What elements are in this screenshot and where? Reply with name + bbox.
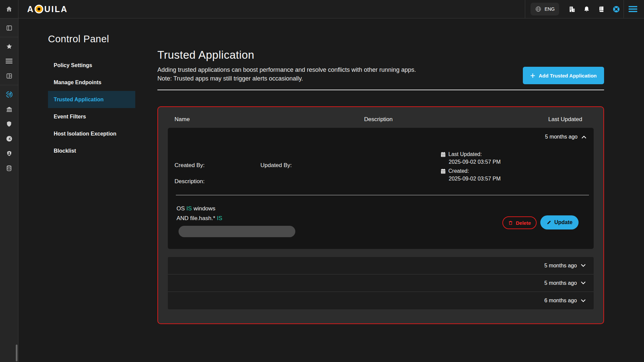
updated-by-label: Updated By: <box>260 162 292 169</box>
menu-lines-icon <box>6 58 12 64</box>
hamburger-icon <box>629 6 637 12</box>
delete-label: Delete <box>516 220 531 226</box>
home-icon <box>5 5 13 13</box>
favorites-button[interactable] <box>0 39 18 54</box>
last-updated-row: Last Updated: <box>440 151 501 157</box>
created-row: Created: <box>440 168 501 174</box>
help-lifebuoy-icon <box>612 5 620 13</box>
rule-operator: IS <box>217 215 222 221</box>
main-column: Trusted Application Adding trusted appli… <box>157 34 644 362</box>
topbar-divider <box>525 0 525 18</box>
layout-grid-icon <box>6 72 13 80</box>
calendar-icon <box>440 152 446 157</box>
add-trusted-application-label: Add Trusted Application <box>539 73 597 79</box>
chevron-down-icon <box>581 264 586 267</box>
building-icon <box>568 6 576 13</box>
update-button[interactable]: Update <box>540 215 579 229</box>
data-storage-button[interactable] <box>0 161 18 175</box>
globe-icon <box>535 6 542 12</box>
trash-icon <box>508 220 513 225</box>
created-value: 2025-09-02 03:57 PM <box>449 176 501 182</box>
card-divider <box>176 195 589 195</box>
radar-icon <box>5 91 13 98</box>
docs-button[interactable] <box>594 0 609 18</box>
control-panel-menu: Policy Settings Manage Endpoints Trusted… <box>48 57 135 159</box>
menu-item-manage-endpoints[interactable]: Manage Endpoints <box>48 74 135 91</box>
created-by-label: Created By: <box>175 162 205 169</box>
delete-button[interactable]: Delete <box>502 216 537 229</box>
rule-line-file-hash: AND file.hash.*IS <box>177 215 224 222</box>
chevron-down-icon <box>581 299 586 302</box>
relative-time-label: 5 months ago <box>544 263 577 269</box>
panel-left-icon <box>6 24 13 32</box>
help-button[interactable] <box>609 0 624 18</box>
table-row[interactable]: 5 months ago <box>168 257 594 274</box>
menu-item-trusted-application[interactable]: Trusted Application <box>48 91 135 108</box>
add-trusted-application-button[interactable]: Add Trusted Application <box>523 67 604 84</box>
calendar-icon <box>440 168 446 174</box>
topbar-right: ENG <box>525 0 644 18</box>
row-collapse-toggle[interactable]: 5 months ago <box>545 134 586 140</box>
rule-field: AND file.hash.* <box>177 215 215 221</box>
menu-item-policy-settings[interactable]: Policy Settings <box>48 57 135 74</box>
organization-rail-button[interactable] <box>0 102 18 116</box>
rule-line-os: OSISwindows <box>177 205 217 212</box>
table-row[interactable]: 6 months ago <box>168 292 594 309</box>
update-label: Update <box>554 219 573 225</box>
protection-button[interactable] <box>0 116 18 131</box>
header-divider <box>157 90 604 90</box>
bank-icon <box>6 106 13 113</box>
language-label: ENG <box>545 6 555 12</box>
organization-button[interactable] <box>564 0 579 18</box>
chevron-down-icon <box>581 281 586 285</box>
chevron-up-icon <box>582 136 586 139</box>
relative-time-label: 6 months ago <box>544 298 577 304</box>
threat-scan-button-active[interactable] <box>0 87 18 102</box>
column-header-description: Description <box>310 116 446 123</box>
rail-divider <box>0 85 18 85</box>
menu-item-blocklist[interactable]: Blocklist <box>48 142 135 159</box>
shield-icon <box>6 120 12 127</box>
logo-eye-icon <box>35 5 43 13</box>
rule-field: OS <box>177 205 185 212</box>
rail-scrollbar-thumb[interactable] <box>16 345 17 361</box>
panel-toggle-button[interactable] <box>0 20 18 35</box>
hash-value-field[interactable] <box>179 226 295 237</box>
app-logo: A UILA <box>27 4 68 14</box>
page-content: Control Panel Policy Settings Manage End… <box>18 18 644 362</box>
list-view-button[interactable] <box>0 54 18 68</box>
main-header-text: Trusted Application Adding trusted appli… <box>157 49 423 84</box>
icon-rail <box>0 18 18 362</box>
notifications-button[interactable] <box>579 0 594 18</box>
timestamps-block: Last Updated: 2025-09-02 03:57 PM <box>440 151 501 185</box>
performance-button[interactable] <box>0 131 18 146</box>
home-button[interactable] <box>0 0 18 18</box>
page-description: Adding trusted applications can boost pe… <box>157 65 423 83</box>
created-meta-label: Created: <box>448 168 469 174</box>
language-selector[interactable]: ENG <box>531 3 559 15</box>
table-header: Name Description Last Updated <box>168 114 594 124</box>
rule-operator: IS <box>187 205 192 212</box>
menu-item-event-filters[interactable]: Event Filters <box>48 108 135 125</box>
relative-time-label: 5 months ago <box>544 280 577 286</box>
trusted-application-panel: Name Description Last Updated 5 months a… <box>157 106 604 324</box>
control-panel-column: Control Panel Policy Settings Manage End… <box>48 34 157 362</box>
last-updated-value: 2025-09-02 03:57 PM <box>449 159 501 165</box>
last-updated-meta-label: Last Updated: <box>448 151 482 157</box>
column-header-name: Name <box>175 116 310 123</box>
bell-icon <box>583 6 590 13</box>
topbar: A UILA ENG <box>0 0 644 18</box>
collapsed-rows: 5 months ago 5 months ago 6 months ago <box>168 257 594 309</box>
table-row[interactable]: 5 months ago <box>168 274 594 292</box>
menu-item-host-isolation-exception[interactable]: Host Isolation Exception <box>48 125 135 142</box>
admin-security-button[interactable] <box>0 146 18 161</box>
expanded-row-card: 5 months ago Created By: Updated By: Des… <box>168 128 594 249</box>
user-shield-icon <box>6 150 12 157</box>
rule-value: windows <box>194 205 215 212</box>
main-menu-button[interactable] <box>629 6 637 12</box>
layout-button[interactable] <box>0 68 18 83</box>
main-header: Trusted Application Adding trusted appli… <box>157 49 604 84</box>
logo-text-post: UILA <box>44 4 68 14</box>
topbar-divider <box>624 0 624 18</box>
book-icon <box>598 6 605 13</box>
